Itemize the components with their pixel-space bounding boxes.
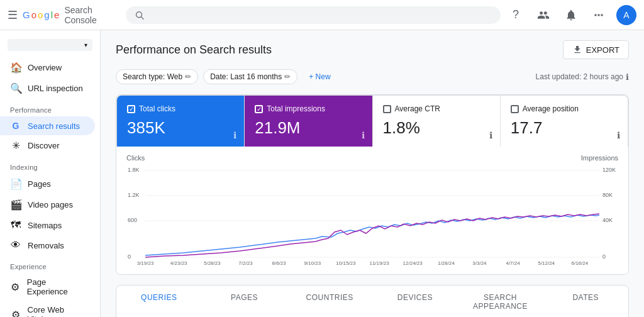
ctr-checkbox[interactable]	[383, 105, 391, 113]
app-title: Search Console	[64, 5, 121, 25]
position-info-icon[interactable]: ℹ	[617, 130, 620, 140]
svg-text:12/24/23: 12/24/23	[403, 260, 423, 265]
topbar-left: ☰ Google Search Console	[8, 5, 121, 25]
add-filter-label: + New	[309, 72, 330, 81]
sidebar-item-label: Removals	[28, 241, 64, 250]
stat-label: Average CTR	[383, 104, 490, 113]
google-logo: Google	[23, 9, 59, 20]
stat-label: Total clicks	[127, 104, 234, 113]
sidebar-item-removals[interactable]: 👁 Removals	[0, 235, 95, 255]
sidebar-item-core-web-vitals[interactable]: ⚙ Core Web Vitals	[0, 301, 95, 317]
page-experience-icon: ⚙	[10, 281, 21, 293]
svg-text:9/10/23: 9/10/23	[304, 260, 321, 265]
sidebar-item-label: Video pages	[28, 200, 73, 209]
position-checkbox[interactable]	[511, 105, 519, 113]
ctr-label: Average CTR	[395, 104, 440, 113]
sidebar-item-video-pages[interactable]: 🎬 Video pages	[0, 194, 95, 215]
svg-text:4/7/24: 4/7/24	[506, 260, 520, 265]
edit-icon: ✏	[185, 72, 191, 81]
svg-text:10/15/23: 10/15/23	[336, 260, 356, 265]
svg-text:40K: 40K	[602, 217, 613, 223]
url-search-bar[interactable]	[126, 6, 501, 24]
sidebar-item-search-results[interactable]: G Search results	[0, 116, 95, 135]
property-selector[interactable]: ▾	[0, 35, 100, 55]
sidebar-item-label: Discover	[28, 141, 60, 150]
svg-text:5/28/23: 5/28/23	[204, 260, 221, 265]
stats-row: Total clicks 385K ℹ Total impressions 21…	[116, 95, 628, 147]
property-select-button[interactable]: ▾	[8, 39, 92, 51]
tab-search-appearance[interactable]: SEARCH APPEARANCE	[458, 286, 543, 317]
pages-icon: 📄	[10, 178, 21, 190]
search-type-filter[interactable]: Search type: Web ✏	[116, 69, 198, 84]
home-icon: 🏠	[10, 62, 21, 74]
sidebar-item-discover[interactable]: ✳ Discover	[0, 135, 95, 156]
svg-text:11/19/23: 11/19/23	[369, 260, 389, 265]
sidebar-item-page-experience[interactable]: ⚙ Page Experience	[0, 273, 95, 301]
svg-text:1.2K: 1.2K	[128, 192, 140, 198]
search-type-label: Search type: Web	[123, 72, 182, 81]
layout: ▾ 🏠 Overview 🔍 URL inspection Performanc…	[0, 30, 644, 317]
add-filter-button[interactable]: + New	[303, 70, 336, 84]
menu-icon[interactable]: ☰	[8, 8, 18, 22]
users-icon[interactable]	[533, 5, 553, 25]
sidebar-item-label: Pages	[28, 179, 51, 189]
topbar-right: ? A	[506, 5, 636, 25]
page-title: Performance on Search results	[116, 43, 272, 57]
sidebar-item-label: Core Web Vitals	[28, 305, 85, 317]
tab-pages[interactable]: PAGES	[202, 286, 287, 317]
stat-card-ctr[interactable]: Average CTR 1.8% ℹ	[373, 96, 501, 147]
sidebar-section-experience: Experience ⚙ Page Experience ⚙ Core Web …	[0, 258, 100, 317]
export-label: EXPORT	[586, 45, 619, 55]
stat-card-impressions[interactable]: Total impressions 21.9M ℹ	[245, 96, 372, 147]
sidebar-item-label: Search results	[28, 121, 80, 131]
performance-chart: 1.8K 1.2K 600 0 120K 80K 40K 0	[126, 164, 618, 265]
performance-card: Total clicks 385K ℹ Total impressions 21…	[116, 94, 629, 275]
sidebar-section-top: 🏠 Overview 🔍 URL inspection	[0, 57, 100, 99]
apps-icon[interactable]	[589, 5, 609, 25]
svg-text:1/28/24: 1/28/24	[438, 260, 455, 265]
bell-icon[interactable]	[561, 5, 581, 25]
svg-text:3/19/23: 3/19/23	[137, 260, 154, 265]
sidebar-item-overview[interactable]: 🏠 Overview	[0, 57, 95, 78]
clicks-info-icon[interactable]: ℹ	[233, 130, 236, 140]
export-icon	[572, 45, 582, 55]
sidebar-item-sitemaps[interactable]: 🗺 Sitemaps	[0, 215, 95, 235]
tab-queries[interactable]: QUERIES	[116, 286, 202, 317]
export-button[interactable]: EXPORT	[563, 40, 629, 59]
main-inner: Performance on Search results EXPORT Sea…	[101, 30, 644, 317]
date-filter[interactable]: Date: Last 16 months ✏	[203, 69, 297, 84]
url-search-input[interactable]	[149, 10, 492, 19]
removals-icon: 👁	[10, 240, 21, 251]
impressions-value: 21.9M	[255, 118, 362, 138]
impressions-checkbox[interactable]	[255, 105, 263, 113]
svg-text:1.8K: 1.8K	[128, 167, 140, 173]
last-updated-text: Last updated: 2 hours ago	[536, 72, 623, 81]
sidebar-section-performance: Performance G Search results ✳ Discover	[0, 101, 100, 156]
tab-countries[interactable]: COUNTRIES	[287, 286, 372, 317]
position-label: Average position	[523, 104, 579, 113]
sidebar-item-pages[interactable]: 📄 Pages	[0, 174, 95, 194]
tab-dates[interactable]: DATES	[543, 286, 628, 317]
sidebar-section-label: Performance	[0, 101, 100, 116]
stat-card-clicks[interactable]: Total clicks 385K ℹ	[117, 96, 245, 147]
clicks-checkbox[interactable]	[127, 105, 135, 113]
ctr-value: 1.8%	[383, 118, 490, 138]
chart-header: Clicks Impressions	[126, 154, 618, 162]
property-arrow-icon: ▾	[84, 42, 87, 48]
svg-text:0: 0	[602, 253, 606, 260]
help-icon[interactable]: ?	[506, 5, 526, 25]
stat-card-position[interactable]: Average position 17.7 ℹ	[501, 96, 628, 147]
sidebar-item-label: Overview	[28, 63, 62, 72]
impressions-axis-label: Impressions	[581, 154, 618, 162]
tab-devices[interactable]: DEVICES	[372, 286, 458, 317]
svg-text:3/3/24: 3/3/24	[472, 260, 487, 265]
page-header: Performance on Search results EXPORT	[116, 40, 629, 59]
topbar: ☰ Google Search Console ? A	[0, 0, 644, 30]
impressions-info-icon[interactable]: ℹ	[362, 130, 365, 140]
main-content: Performance on Search results EXPORT Sea…	[101, 30, 644, 317]
core-web-vitals-icon: ⚙	[10, 309, 21, 318]
sidebar-item-url-inspection[interactable]: 🔍 URL inspection	[0, 78, 95, 99]
ctr-info-icon[interactable]: ℹ	[489, 130, 492, 140]
avatar[interactable]: A	[616, 5, 636, 25]
discover-icon: ✳	[10, 140, 21, 152]
